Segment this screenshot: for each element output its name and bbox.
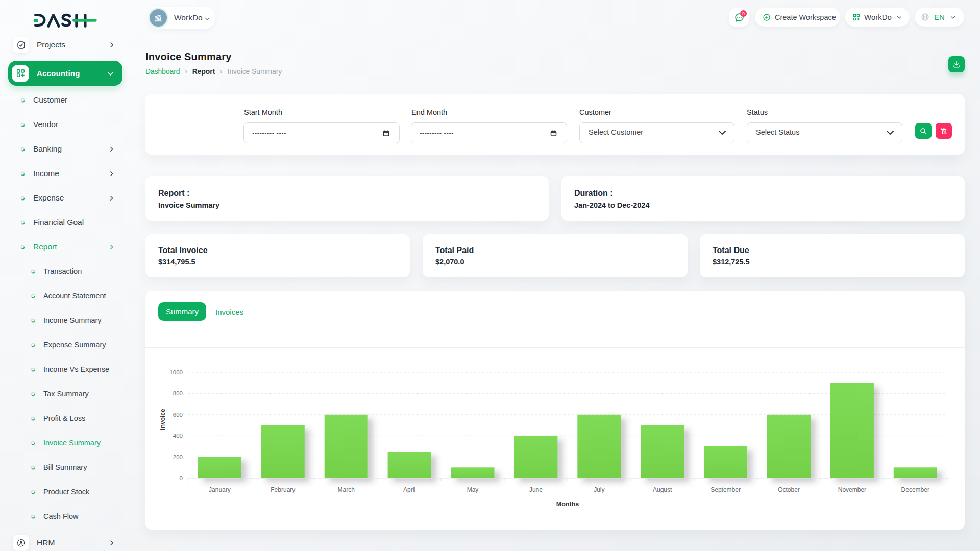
svg-text:August: August bbox=[653, 486, 672, 493]
svg-text:April: April bbox=[403, 486, 415, 493]
svg-text:800: 800 bbox=[173, 390, 183, 396]
svg-text:1000: 1000 bbox=[169, 369, 183, 375]
svg-text:March: March bbox=[338, 486, 355, 493]
svg-text:200: 200 bbox=[173, 454, 183, 460]
svg-text:October: October bbox=[778, 486, 800, 493]
svg-text:May: May bbox=[467, 486, 479, 493]
svg-text:September: September bbox=[710, 486, 741, 493]
svg-text:Months: Months bbox=[556, 500, 579, 508]
svg-text:600: 600 bbox=[173, 412, 183, 418]
svg-text:0: 0 bbox=[180, 475, 183, 481]
svg-text:November: November bbox=[838, 486, 866, 493]
svg-text:January: January bbox=[209, 486, 231, 493]
svg-text:December: December bbox=[901, 486, 929, 493]
svg-text:400: 400 bbox=[173, 433, 183, 439]
svg-text:July: July bbox=[594, 486, 604, 493]
svg-text:June: June bbox=[529, 486, 543, 493]
svg-text:February: February bbox=[271, 486, 295, 493]
svg-text:Invoice: Invoice bbox=[159, 409, 166, 430]
